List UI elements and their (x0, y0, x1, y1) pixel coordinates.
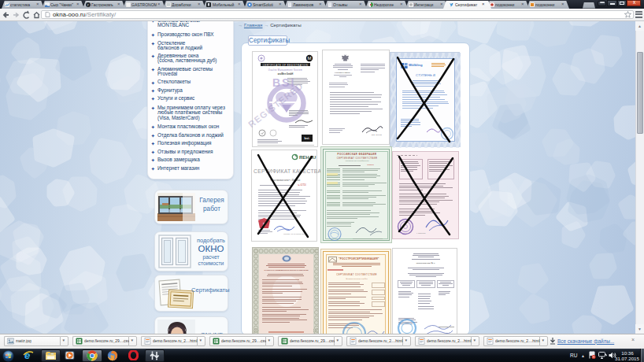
svg-text:M: M (308, 56, 312, 61)
svg-text:Г: Г (87, 4, 89, 7)
